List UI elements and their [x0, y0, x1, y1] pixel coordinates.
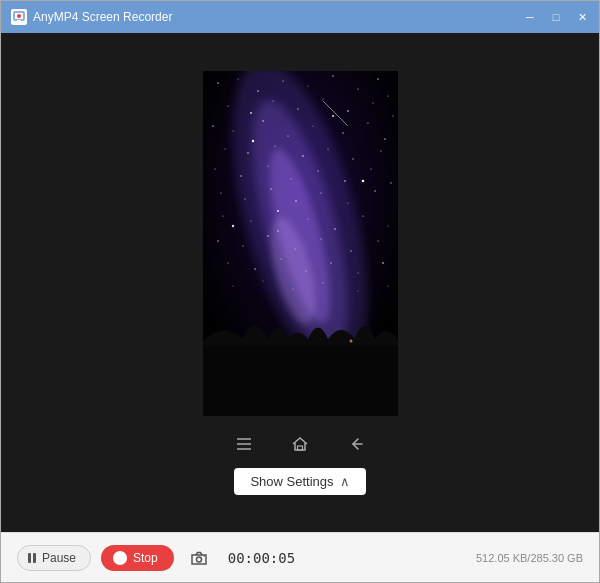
app-window: AnyMP4 Screen Recorder ─ □ ✕ — [0, 0, 600, 583]
svg-point-25 — [212, 125, 213, 126]
svg-point-46 — [370, 168, 371, 169]
svg-point-80 — [357, 272, 358, 273]
svg-point-26 — [232, 130, 233, 131]
minimize-button[interactable]: ─ — [521, 8, 539, 26]
svg-point-13 — [332, 75, 333, 76]
svg-point-31 — [367, 122, 368, 123]
svg-point-49 — [244, 198, 245, 199]
pause-icon — [28, 553, 36, 563]
main-content: Show Settings ∧ — [1, 33, 599, 532]
svg-point-38 — [352, 158, 353, 159]
svg-point-73 — [350, 250, 351, 251]
stop-icon — [113, 551, 127, 565]
svg-point-40 — [214, 168, 215, 169]
svg-point-86 — [357, 290, 358, 291]
svg-point-67 — [387, 225, 388, 226]
close-button[interactable]: ✕ — [573, 8, 591, 26]
svg-rect-1 — [17, 20, 21, 22]
svg-point-77 — [280, 258, 281, 259]
svg-point-33 — [224, 148, 225, 149]
title-bar-controls: ─ □ ✕ — [521, 8, 591, 26]
svg-point-78 — [305, 270, 306, 271]
svg-point-29 — [312, 125, 313, 126]
stop-button[interactable]: Stop — [101, 545, 174, 571]
svg-point-56 — [331, 114, 333, 116]
maximize-button[interactable]: □ — [547, 8, 565, 26]
svg-point-71 — [294, 248, 295, 249]
bottom-bar: Pause Stop 00:00:05 512.05 KB/285.30 GB — [1, 532, 599, 582]
svg-point-34 — [247, 152, 248, 153]
pause-button[interactable]: Pause — [17, 545, 91, 571]
svg-point-16 — [387, 95, 388, 96]
svg-point-76 — [254, 268, 256, 270]
svg-point-87 — [387, 285, 388, 286]
svg-point-95 — [203, 555, 205, 557]
svg-point-70 — [267, 235, 269, 237]
svg-point-44 — [317, 170, 318, 171]
svg-point-82 — [232, 285, 233, 286]
svg-point-8 — [217, 82, 218, 83]
svg-point-23 — [372, 102, 373, 103]
svg-point-14 — [357, 88, 358, 89]
svg-point-58 — [277, 210, 279, 212]
svg-point-84 — [292, 288, 293, 289]
stars-layer — [203, 71, 398, 416]
back-icon[interactable] — [342, 430, 370, 458]
svg-point-9 — [237, 78, 238, 79]
svg-point-74 — [377, 240, 378, 241]
svg-point-21 — [322, 98, 323, 99]
svg-point-36 — [302, 155, 304, 157]
svg-point-53 — [347, 202, 348, 203]
svg-point-24 — [392, 115, 393, 116]
svg-point-18 — [250, 112, 252, 114]
svg-point-59 — [231, 224, 233, 226]
svg-point-48 — [220, 192, 221, 193]
svg-point-94 — [196, 557, 201, 562]
svg-rect-88 — [203, 341, 398, 416]
svg-point-52 — [320, 192, 321, 193]
svg-point-43 — [290, 178, 291, 179]
galaxy-background — [203, 71, 398, 416]
svg-point-28 — [287, 135, 288, 136]
svg-point-68 — [217, 240, 218, 241]
title-bar: AnyMP4 Screen Recorder ─ □ ✕ — [1, 1, 599, 33]
svg-point-51 — [295, 200, 297, 202]
svg-point-62 — [250, 220, 251, 221]
show-settings-label: Show Settings — [250, 474, 333, 489]
svg-point-69 — [242, 245, 243, 246]
svg-point-72 — [320, 238, 321, 239]
svg-point-2 — [17, 14, 21, 18]
svg-point-27 — [262, 120, 264, 122]
svg-point-17 — [227, 105, 228, 106]
svg-point-55 — [251, 139, 253, 141]
svg-point-45 — [344, 180, 346, 182]
svg-point-39 — [380, 150, 381, 151]
svg-point-85 — [322, 282, 323, 283]
svg-point-15 — [377, 78, 379, 80]
svg-point-32 — [384, 138, 386, 140]
svg-point-65 — [334, 228, 336, 230]
svg-point-35 — [274, 145, 275, 146]
app-icon — [11, 9, 27, 25]
svg-point-11 — [282, 80, 283, 81]
svg-point-10 — [257, 90, 259, 92]
pause-label: Pause — [42, 551, 76, 565]
show-settings-button[interactable]: Show Settings ∧ — [234, 468, 365, 495]
svg-point-50 — [270, 188, 271, 189]
timer: 00:00:05 — [228, 550, 295, 566]
chevron-up-icon: ∧ — [340, 474, 350, 489]
app-title: AnyMP4 Screen Recorder — [33, 10, 172, 24]
svg-point-75 — [227, 262, 228, 263]
svg-point-30 — [342, 132, 343, 133]
svg-point-81 — [382, 262, 384, 264]
svg-point-19 — [272, 100, 273, 101]
svg-point-64 — [307, 218, 308, 219]
svg-point-12 — [307, 85, 308, 86]
svg-point-57 — [361, 179, 364, 182]
menu-icon[interactable] — [230, 430, 258, 458]
svg-point-20 — [297, 108, 298, 109]
home-icon[interactable] — [286, 430, 314, 458]
svg-point-83 — [262, 280, 263, 281]
svg-point-42 — [267, 165, 268, 166]
screenshot-button[interactable] — [184, 543, 214, 573]
